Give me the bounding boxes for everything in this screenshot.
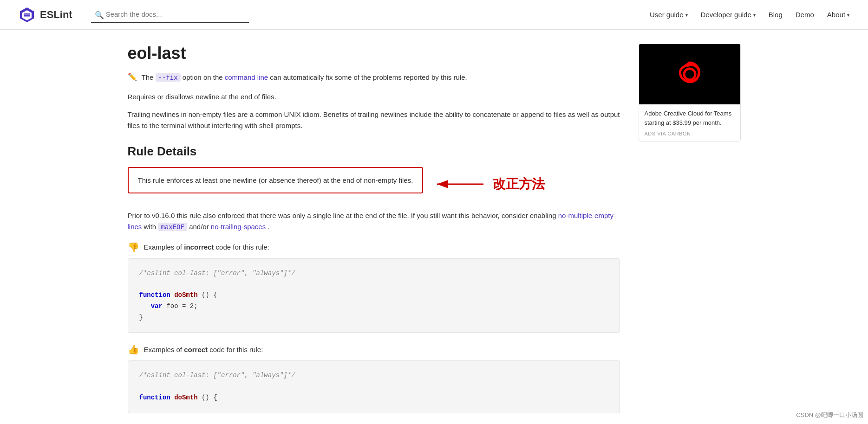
highlight-box: This rule enforces at least one newline …: [128, 167, 424, 193]
maxeof-badge: maxEOF: [158, 223, 187, 231]
eslint-logo-icon: [19, 6, 35, 23]
code-function-name: doSmth: [174, 291, 197, 299]
arrow-icon: [432, 175, 488, 193]
adobe-cc-logo-icon: [669, 53, 711, 95]
chevron-down-icon: ▾: [753, 13, 756, 18]
code-keyword-var: var: [151, 302, 163, 310]
ad-card: Adobe Creative Cloud for Teams starting …: [639, 44, 741, 141]
main-layout: eol-last ✏️ The --fix option on the comm…: [109, 30, 759, 424]
brand-logo[interactable]: ESLint: [19, 6, 72, 23]
code-comment-1: /*eslint eol-last: ["error", "always"]*/: [139, 270, 295, 277]
incorrect-code-block: /*eslint eol-last: ["error", "always"]*/…: [128, 258, 620, 333]
nav-developer-guide[interactable]: Developer guide ▾: [701, 11, 756, 19]
annotation-wrapper: This rule enforces at least one newline …: [128, 167, 620, 202]
sidebar-right: Adobe Creative Cloud for Teams starting …: [639, 44, 741, 413]
pencil-icon: ✏️: [128, 72, 137, 81]
correct-example-header: 👍 Examples of correct code for this rule…: [128, 344, 620, 355]
no-trailing-spaces-link[interactable]: no-trailing-spaces: [211, 223, 266, 231]
incorrect-example-header: 👎 Examples of incorrect code for this ru…: [128, 242, 620, 253]
search-wrapper: 🔍: [91, 6, 249, 23]
rule-details-title: Rule Details: [128, 144, 620, 159]
description-1: Requires or disallows newline at the end…: [128, 91, 620, 103]
chevron-down-icon: ▾: [685, 13, 688, 18]
incorrect-label-text: Examples of incorrect code for this rule…: [144, 243, 269, 251]
prior-text: Prior to v0.16.0 this rule also enforced…: [128, 210, 620, 232]
highlight-text: This rule enforces at least one newline …: [138, 176, 413, 184]
ad-image: [639, 44, 740, 104]
nav-blog[interactable]: Blog: [769, 11, 783, 19]
fix-notice: ✏️ The --fix option on the command line …: [128, 72, 620, 83]
nav-demo[interactable]: Demo: [796, 11, 814, 19]
page-title: eol-last: [128, 44, 620, 63]
nav-about[interactable]: About ▾: [827, 11, 849, 19]
chevron-down-icon: ▾: [847, 13, 849, 18]
ad-label: ADS VIA CARBON: [645, 131, 735, 136]
ad-text: Adobe Creative Cloud for Teams starting …: [645, 109, 735, 127]
fix-notice-text: The --fix option on the command line can…: [142, 72, 467, 83]
brand-name: ESLint: [40, 9, 72, 21]
search-input[interactable]: [91, 6, 249, 23]
svg-rect-3: [24, 15, 30, 17]
thumbs-down-icon: 👎: [128, 242, 139, 253]
thumbs-up-icon: 👍: [128, 344, 139, 355]
content-area: eol-last ✏️ The --fix option on the comm…: [128, 44, 620, 413]
watermark: CSDN @吧唧一口小汤圆: [796, 411, 863, 419]
correct-code-block: /*eslint eol-last: ["error", "always"]*/…: [128, 360, 620, 413]
correct-label-text: Examples of correct code for this rule:: [144, 346, 263, 353]
svg-rect-6: [669, 53, 711, 95]
annotation-arrow: [432, 175, 488, 193]
fix-option-badge: --fix: [156, 73, 181, 82]
annotation-text: 改正方法: [493, 175, 545, 193]
svg-rect-2: [24, 13, 30, 15]
ad-body: Adobe Creative Cloud for Teams starting …: [639, 104, 740, 141]
code-keyword-function-2: function: [139, 394, 170, 401]
nav-user-guide[interactable]: User guide ▾: [650, 11, 688, 19]
navbar: ESLint 🔍 User guide ▾ Developer guide ▾ …: [0, 0, 868, 30]
code-comment-2: /*eslint eol-last: ["error", "always"]*/: [139, 372, 295, 379]
code-keyword-function: function: [139, 291, 170, 299]
description-2: Trailing newlines in non-empty files are…: [128, 109, 620, 131]
code-function-name-2: doSmth: [174, 394, 197, 401]
nav-links: User guide ▾ Developer guide ▾ Blog Demo…: [650, 11, 849, 19]
command-line-link[interactable]: command line: [225, 73, 268, 81]
search-icon: 🔍: [95, 10, 104, 19]
